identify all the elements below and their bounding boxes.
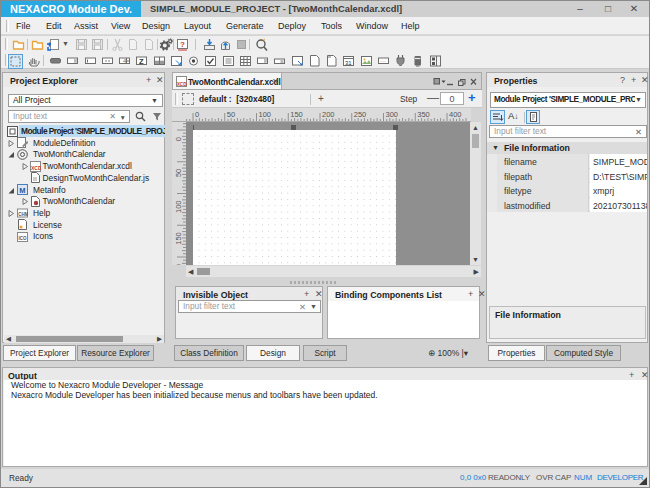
svg-text:250: 250 (354, 110, 367, 119)
svg-text:XCDL: XCDL (177, 82, 187, 87)
svg-text:0: 0 (174, 137, 183, 141)
svg-text:···: ··· (380, 58, 386, 64)
svg-text:150: 150 (174, 232, 183, 245)
svg-text:400: 400 (449, 110, 462, 119)
svg-text:200: 200 (322, 110, 335, 119)
svg-text:Z: Z (139, 57, 144, 66)
svg-text:350: 350 (417, 110, 430, 119)
svg-text:ICO: ICO (19, 236, 28, 241)
svg-text:50: 50 (174, 169, 183, 177)
svg-text:100: 100 (259, 110, 272, 119)
svg-text:31: 31 (345, 60, 352, 66)
svg-text:?: ? (180, 40, 185, 49)
svg-text:0: 0 (195, 110, 199, 119)
svg-text:200: 200 (174, 264, 183, 265)
svg-text:150: 150 (290, 110, 303, 119)
svg-text:XCDL: XCDL (31, 165, 41, 171)
svg-text:CHM: CHM (18, 212, 28, 217)
svg-text:100: 100 (174, 201, 183, 214)
svg-text:50: 50 (227, 110, 235, 119)
svg-text:300: 300 (386, 110, 399, 119)
svg-text:M: M (19, 186, 25, 195)
